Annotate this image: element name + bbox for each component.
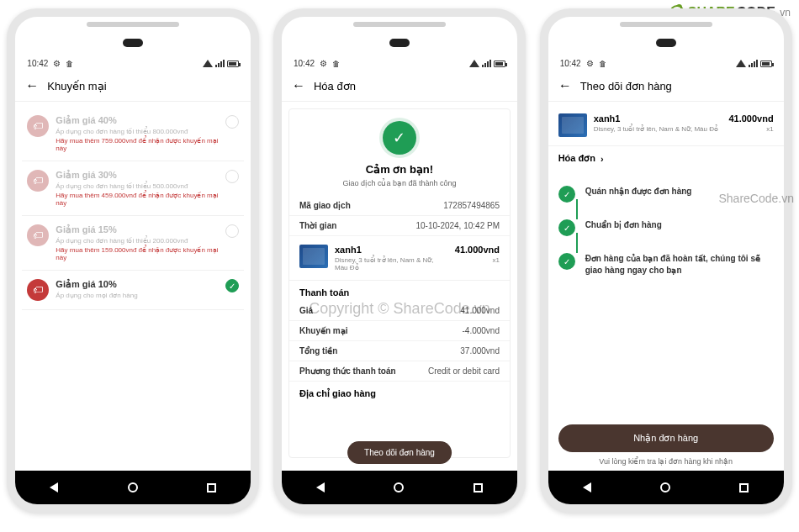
step-done-icon: ✓ bbox=[558, 253, 575, 270]
wifi-icon bbox=[203, 60, 213, 67]
section-title: Thanh toán bbox=[289, 281, 510, 301]
page-title: Hóa đơn bbox=[314, 80, 356, 92]
promo-warning: Hãy mua thêm 159.000vnđ để nhận được khu… bbox=[56, 246, 219, 261]
promo-subtitle: Áp dụng cho đơn hàng tối thiểu 500.000vn… bbox=[56, 182, 219, 190]
nav-recent-button[interactable] bbox=[474, 483, 483, 492]
timeline-step: ✓ Quán nhận được đơn hàng bbox=[558, 177, 774, 211]
nav-recent-button[interactable] bbox=[207, 483, 216, 492]
app-bar: ← Hóa đơn bbox=[282, 71, 517, 102]
settings-icon: ⚙ bbox=[586, 59, 594, 68]
signal-icon bbox=[749, 60, 758, 67]
promo-subtitle: Áp dụng cho đơn hàng tối thiểu 800.000vn… bbox=[56, 128, 219, 135]
tag-icon: 🏷 bbox=[27, 279, 49, 301]
battery-icon bbox=[494, 61, 505, 67]
phone-mockup-promotions: 10:42⚙🗑 ← Khuyến mại 🏷 Giảm giá 40% Áp d… bbox=[7, 8, 259, 513]
wifi-icon bbox=[736, 60, 746, 67]
product-thumbnail bbox=[558, 113, 587, 137]
promo-item[interactable]: 🏷 Giảm giá 40% Áp dụng cho đơn hàng tối … bbox=[22, 107, 244, 161]
promo-warning: Hãy mua thêm 759.000vnđ để nhận được khu… bbox=[56, 137, 219, 152]
app-bar: ← Theo dõi đơn hàng bbox=[548, 71, 784, 102]
kv-row: Mã giao dịch 172857494865 bbox=[289, 196, 510, 216]
timeline-step: ✓ Đơn hàng của bạn đã hoàn tất, chúng tô… bbox=[558, 245, 774, 285]
value: 172857494865 bbox=[443, 201, 500, 210]
product-row: xanh1 Disney, 3 tuổi trở lên, Nam & Nữ, … bbox=[548, 105, 784, 146]
back-icon[interactable]: ← bbox=[292, 79, 305, 92]
success-subtitle: Giao dịch của bạn đã thành công bbox=[289, 179, 510, 187]
status-bar: 10:42⚙🗑 bbox=[548, 55, 784, 71]
promo-title: Giảm giá 40% bbox=[56, 115, 219, 126]
receipt-card: ✓ Cảm ơn bạn! Giao dịch của bạn đã thành… bbox=[288, 108, 511, 458]
battery-icon bbox=[760, 61, 772, 67]
signal-icon bbox=[482, 60, 491, 67]
nav-back-button[interactable] bbox=[583, 482, 591, 492]
settings-icon: ⚙ bbox=[320, 59, 327, 68]
app-bar: ← Khuyến mại bbox=[15, 71, 251, 102]
receive-note: Vui lòng kiểm tra lại đơn hàng khi nhận bbox=[548, 457, 784, 466]
radio-unchecked-icon[interactable] bbox=[225, 115, 239, 129]
status-bar: 10:42⚙🗑 bbox=[15, 55, 251, 71]
nav-home-button[interactable] bbox=[660, 482, 670, 492]
section-title: Địa chỉ giao hàng bbox=[289, 382, 510, 403]
thank-heading: Cảm ơn bạn! bbox=[289, 163, 510, 176]
product-price: 41.000vnd bbox=[455, 245, 500, 255]
android-nav-bar bbox=[282, 471, 517, 504]
radio-unchecked-icon[interactable] bbox=[225, 224, 239, 238]
back-icon[interactable]: ← bbox=[25, 79, 39, 92]
page-title: Theo dõi đơn hàng bbox=[580, 80, 672, 92]
back-icon[interactable]: ← bbox=[558, 79, 572, 92]
product-row: xanh1 Disney, 3 tuổi trở lên, Nam & Nữ, … bbox=[289, 236, 510, 281]
kv-row: Giá41.000vnd bbox=[289, 301, 510, 321]
kv-row: Khuyến mại-4.000vnd bbox=[289, 321, 510, 341]
status-time: 10:42 bbox=[27, 59, 48, 68]
nav-home-button[interactable] bbox=[394, 482, 404, 492]
invoice-link[interactable]: Hóa đơn › bbox=[548, 146, 784, 171]
product-price: 41.000vnd bbox=[728, 113, 773, 124]
status-time: 10:42 bbox=[294, 59, 315, 68]
promo-item[interactable]: 🏷 Giảm giá 30% Áp dụng cho đơn hàng tối … bbox=[22, 161, 244, 216]
trash-icon: 🗑 bbox=[599, 60, 606, 68]
trash-icon: 🗑 bbox=[66, 60, 73, 68]
success-check-icon: ✓ bbox=[383, 121, 416, 155]
tag-icon: 🏷 bbox=[27, 224, 49, 246]
promo-item[interactable]: 🏷 Giảm giá 15% Áp dụng cho đơn hàng tối … bbox=[22, 216, 244, 271]
status-bar: 10:42⚙🗑 bbox=[282, 55, 517, 71]
phone-mockup-tracking: 10:42⚙🗑 ← Theo dõi đơn hàng xanh1 Disney… bbox=[540, 8, 792, 513]
settings-icon: ⚙ bbox=[53, 59, 61, 68]
wifi-icon bbox=[469, 60, 479, 67]
product-qty: x1 bbox=[455, 256, 500, 264]
tag-icon: 🏷 bbox=[27, 170, 49, 192]
timeline-step: ✓ Chuẩn bị đơn hàng bbox=[558, 211, 774, 245]
android-nav-bar bbox=[15, 471, 251, 504]
product-name: xanh1 bbox=[335, 245, 448, 255]
kv-row: Phương thức thanh toánCredit or debit ca… bbox=[289, 361, 510, 382]
product-qty: x1 bbox=[728, 125, 773, 133]
kv-row: Tổng tiền37.000vnd bbox=[289, 341, 510, 361]
promo-title: Giảm giá 15% bbox=[56, 224, 219, 235]
radio-unchecked-icon[interactable] bbox=[225, 170, 239, 183]
step-done-icon: ✓ bbox=[558, 219, 575, 236]
product-thumbnail bbox=[299, 245, 328, 268]
page-title: Khuyến mại bbox=[47, 80, 106, 92]
value: 10-10-2024, 10:42 PM bbox=[415, 221, 500, 230]
nav-back-button[interactable] bbox=[50, 482, 58, 492]
nav-home-button[interactable] bbox=[128, 482, 138, 492]
receive-order-button[interactable]: Nhận đơn hàng bbox=[558, 424, 774, 452]
promo-item[interactable]: 🏷 Giảm giá 10% Áp dụng cho mọi đơn hàng … bbox=[22, 271, 244, 310]
nav-back-button[interactable] bbox=[316, 482, 325, 492]
track-order-button[interactable]: Theo dõi đơn hàng bbox=[347, 441, 452, 464]
signal-icon bbox=[215, 60, 225, 67]
radio-checked-icon[interactable]: ✓ bbox=[225, 279, 239, 292]
chevron-right-icon: › bbox=[601, 154, 604, 164]
promo-subtitle: Áp dụng cho mọi đơn hàng bbox=[56, 292, 219, 299]
status-time: 10:42 bbox=[560, 59, 581, 68]
product-name: xanh1 bbox=[594, 113, 722, 124]
label: Thời gian bbox=[299, 221, 336, 230]
android-nav-bar bbox=[548, 471, 784, 504]
step-done-icon: ✓ bbox=[558, 186, 575, 203]
product-desc: Disney, 3 tuổi trở lên, Nam & Nữ, Màu Đỏ bbox=[594, 125, 722, 133]
promo-subtitle: Áp dụng cho đơn hàng tối thiểu 200.000vn… bbox=[56, 237, 219, 245]
trash-icon: 🗑 bbox=[332, 60, 340, 68]
nav-recent-button[interactable] bbox=[739, 483, 749, 492]
battery-icon bbox=[227, 61, 239, 67]
label: Mã giao dịch bbox=[299, 201, 351, 210]
